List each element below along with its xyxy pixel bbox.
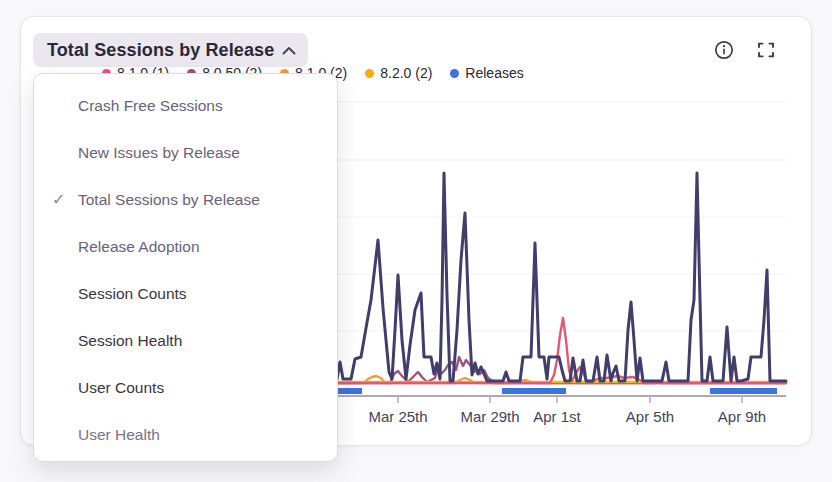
widget-title-dropdown-button[interactable]: Total Sessions by Release [33,33,308,67]
menu-item-release-adoption[interactable]: Release Adoption [34,223,337,270]
menu-item-label: User Counts [78,379,164,397]
menu-item-session-counts[interactable]: Session Counts [34,270,337,317]
x-tick-label: Apr 9th [718,408,766,425]
legend-color-dot [450,69,459,78]
x-tick-label: Mar 29th [460,408,519,425]
release-bar[interactable] [710,388,777,394]
fullscreen-icon [756,40,776,60]
x-tick-label: Mar 25th [368,408,427,425]
x-tick-label: Apr 5th [626,408,674,425]
release-bar[interactable] [337,388,362,394]
menu-item-session-health[interactable]: Session Health [34,317,337,364]
chevron-up-icon [282,46,296,55]
info-icon [714,40,734,60]
x-tick-label: Apr 1st [533,408,581,425]
release-bar[interactable] [502,388,566,394]
menu-item-crash-free-sessions[interactable]: Crash Free Sessions [34,82,337,129]
legend-item-label: Releases [465,65,523,81]
metric-dropdown-menu: Crash Free SessionsNew Issues by Release… [33,73,338,462]
menu-item-user-counts[interactable]: User Counts [34,364,337,411]
menu-item-label: Release Adoption [78,238,200,256]
menu-item-user-health[interactable]: User Health [34,411,337,458]
legend-item-label: 8.2.0 (2) [380,65,432,81]
legend-item-8.2.0-2-[interactable]: 8.2.0 (2) [365,65,432,81]
menu-item-total-sessions-by-release[interactable]: ✓Total Sessions by Release [34,176,337,223]
menu-item-label: Crash Free Sessions [78,97,223,115]
expand-button[interactable] [755,40,777,62]
series-line-sessions-navy [337,173,786,381]
menu-item-label: Total Sessions by Release [78,191,260,209]
menu-item-new-issues-by-release[interactable]: New Issues by Release [34,129,337,176]
menu-item-label: Session Counts [78,285,187,303]
checkmark-icon: ✓ [52,189,65,208]
info-button[interactable] [713,40,735,62]
legend-color-dot [365,69,374,78]
menu-item-label: New Issues by Release [78,144,240,162]
menu-item-label: Session Health [78,332,182,350]
menu-item-label: User Health [78,426,160,444]
widget-title: Total Sessions by Release [47,40,274,61]
legend-item-Releases[interactable]: Releases [450,65,523,81]
